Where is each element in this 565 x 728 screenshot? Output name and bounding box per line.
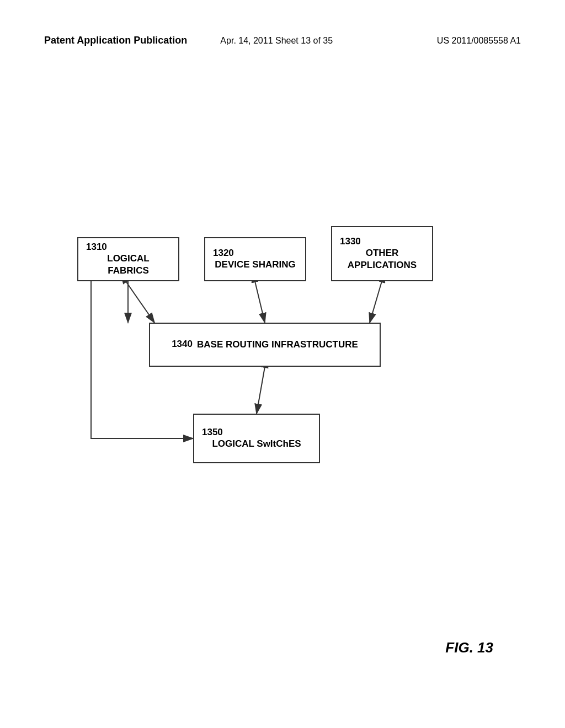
figure-label: FIG. 13 [445, 639, 493, 656]
box-1340: 1340 BASE ROUTING INFRASTRUCTURE [149, 323, 381, 367]
svg-line-4 [255, 281, 265, 323]
box-1350: 1350 LOGICAL SwItChES [193, 414, 320, 463]
box-1340-text: BASE ROUTING INFRASTRUCTURE [197, 339, 358, 351]
box-1320-text: DEVICE SHARING [215, 259, 295, 271]
box-1330-num: 1330 [340, 236, 361, 247]
box-1350-num: 1350 [202, 427, 223, 438]
box-1350-text: LOGICAL SwItChES [212, 438, 301, 450]
publication-label: Patent Application Publication [44, 35, 187, 46]
svg-line-6 [257, 367, 265, 414]
box-1320-num: 1320 [213, 248, 234, 259]
box-1310-num: 1310 [86, 242, 107, 253]
svg-line-3 [126, 281, 154, 323]
page-header: Patent Application Publication Apr. 14, … [0, 35, 565, 46]
svg-line-5 [370, 281, 382, 323]
box-1320: 1320 DEVICE SHARING [204, 237, 306, 281]
box-1310: 1310 LOGICAL FABRICS [77, 237, 179, 281]
box-1330: 1330 OTHERAPPLICATIONS [331, 226, 433, 281]
box-1310-text: LOGICAL FABRICS [86, 253, 170, 277]
box-1330-text: OTHERAPPLICATIONS [348, 247, 417, 271]
box-1340-num: 1340 [172, 339, 193, 350]
date-label: Apr. 14, 2011 Sheet 13 of 35 [220, 36, 333, 46]
patent-label: US 2011/0085558 A1 [437, 36, 521, 46]
diagram-container: 1310 LOGICAL FABRICS 1320 DEVICE SHARING… [44, 204, 521, 535]
